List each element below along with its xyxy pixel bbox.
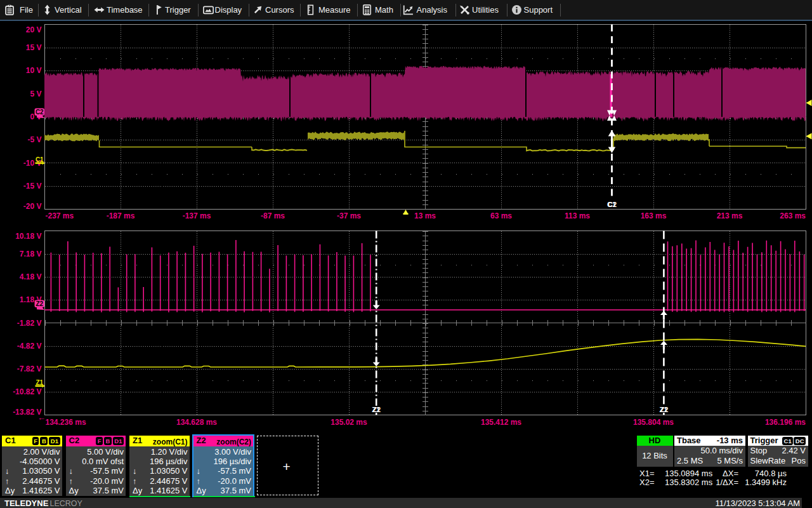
svg-text:C1: C1 [36,156,44,163]
svg-text:C2: C2 [608,201,617,208]
svg-text:13 ms: 13 ms [414,211,436,220]
svg-text:10.18 V: 10.18 V [15,232,41,241]
svg-text:Z2: Z2 [660,406,668,413]
svg-text:134.236 ms: 134.236 ms [46,418,86,427]
svg-text:←: ← [37,413,46,422]
svg-text:135.02 ms: 135.02 ms [331,418,367,427]
svg-text:-1.82 V: -1.82 V [17,319,42,328]
svg-text:-5 V: -5 V [27,135,41,144]
svg-text:163 ms: 163 ms [641,211,667,220]
svg-text:113 ms: 113 ms [565,211,590,220]
svg-text:136.196 ms: 136.196 ms [765,418,806,427]
svg-text:-37 ms: -37 ms [337,211,361,220]
svg-text:5 V: 5 V [30,90,41,98]
svg-text:Z2: Z2 [372,406,381,413]
svg-text:C2: C2 [36,109,44,116]
svg-text:-7.82 V: -7.82 V [17,364,42,373]
svg-text:213 ms: 213 ms [717,211,743,220]
svg-text:10 V: 10 V [26,66,42,75]
svg-text:63 ms: 63 ms [490,211,512,220]
svg-text:-4.82 V: -4.82 V [17,342,42,351]
svg-text:-15 V: -15 V [23,182,42,190]
svg-text:-20 V: -20 V [23,202,42,211]
svg-text:-10.82 V: -10.82 V [13,387,41,396]
svg-text:7.18 V: 7.18 V [20,250,42,258]
svg-text:-87 ms: -87 ms [261,211,285,220]
svg-text:135.412 ms: 135.412 ms [481,418,521,427]
svg-text:-237 ms: -237 ms [46,211,74,220]
svg-text:263 ms: 263 ms [780,211,806,220]
svg-text:15 V: 15 V [26,43,42,52]
svg-text:135.804 ms: 135.804 ms [633,418,674,427]
svg-text:-187 ms: -187 ms [107,211,135,220]
svg-text:134.628 ms: 134.628 ms [176,418,217,427]
svg-text:-137 ms: -137 ms [183,211,211,220]
svg-text:4.18 V: 4.18 V [20,272,42,281]
svg-text:Z2: Z2 [36,300,43,307]
svg-text:20 V: 20 V [26,25,42,34]
